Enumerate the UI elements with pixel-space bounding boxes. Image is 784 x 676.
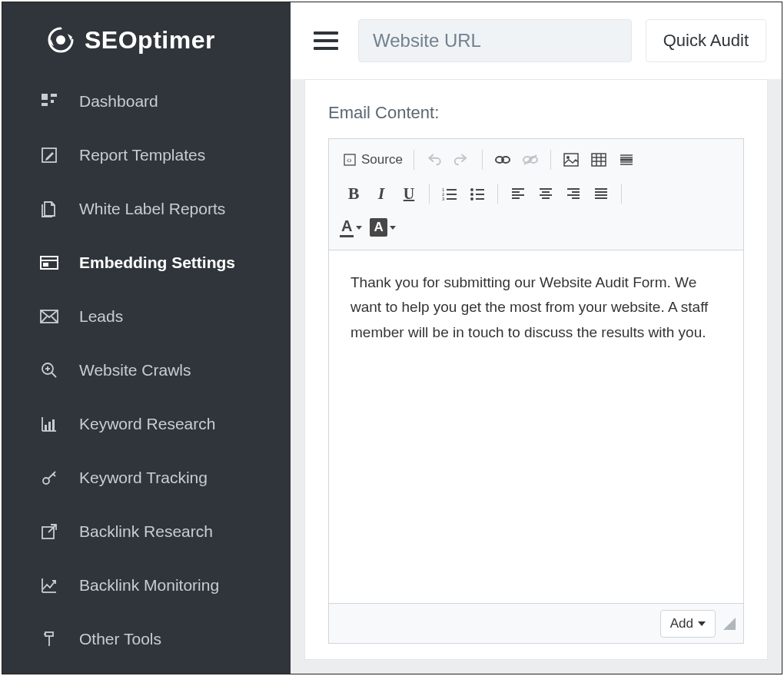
sidebar-item-label: Other Tools bbox=[79, 630, 161, 648]
horizontal-rule-button[interactable] bbox=[613, 147, 640, 173]
editor-text: Thank you for submitting our Website Aud… bbox=[350, 274, 708, 340]
svg-line-28 bbox=[48, 525, 56, 532]
email-content-label: Email Content: bbox=[328, 103, 744, 123]
sidebar-item-label: Backlink Monitoring bbox=[79, 576, 219, 595]
sidebar-item-label: White Label Reports bbox=[79, 200, 225, 218]
sidebar-item-keyword-tracking[interactable]: Keyword Tracking bbox=[2, 451, 291, 505]
background-color-button[interactable]: A bbox=[370, 214, 395, 240]
sidebar-item-label: Keyword Tracking bbox=[79, 469, 208, 487]
sidebar-item-dashboard[interactable]: Dashboard bbox=[2, 75, 291, 128]
svg-line-16 bbox=[51, 373, 56, 377]
email-content-card: Email Content: ‹› Source bbox=[304, 79, 768, 660]
dashboard-icon bbox=[39, 91, 59, 111]
editor-content[interactable]: Thank you for submitting our Website Aud… bbox=[329, 250, 743, 603]
svg-line-13 bbox=[41, 316, 47, 323]
bar-chart-icon bbox=[39, 414, 59, 434]
svg-rect-31 bbox=[45, 632, 53, 636]
sidebar-item-label: Leads bbox=[79, 307, 123, 326]
svg-point-60 bbox=[470, 193, 473, 196]
align-center-button[interactable] bbox=[532, 181, 560, 207]
align-left-button[interactable] bbox=[504, 181, 532, 207]
source-button-label: Source bbox=[361, 152, 403, 167]
sidebar-item-label: Report Templates bbox=[79, 146, 205, 164]
sidebar-item-report-templates[interactable]: Report Templates bbox=[2, 128, 291, 182]
sidebar-item-white-label-reports[interactable]: White Label Reports bbox=[2, 182, 291, 236]
editor-toolbar: ‹› Source bbox=[329, 139, 743, 250]
menu-toggle-button[interactable] bbox=[314, 25, 344, 56]
brand-logo[interactable]: SEOptimer bbox=[2, 10, 291, 75]
svg-point-42 bbox=[566, 156, 570, 159]
svg-text:‹›: ‹› bbox=[347, 156, 352, 164]
sidebar-item-label: Embedding Settings bbox=[79, 254, 235, 272]
align-right-button[interactable] bbox=[560, 181, 587, 207]
svg-point-61 bbox=[470, 197, 473, 200]
embed-icon bbox=[39, 253, 59, 273]
sidebar-item-leads[interactable]: Leads bbox=[2, 290, 291, 343]
svg-text:3: 3 bbox=[442, 197, 445, 200]
svg-line-14 bbox=[51, 316, 58, 323]
rich-text-editor: ‹› Source bbox=[328, 138, 744, 644]
topbar: Quick Audit bbox=[291, 2, 782, 79]
add-button-label: Add bbox=[670, 616, 693, 631]
sidebar-item-label: Keyword Research bbox=[79, 415, 215, 433]
sidebar-item-backlink-monitoring[interactable]: Backlink Monitoring bbox=[2, 558, 291, 612]
italic-button[interactable]: I bbox=[367, 181, 395, 207]
bulleted-list-button[interactable] bbox=[463, 181, 491, 207]
edit-icon bbox=[39, 145, 59, 165]
document-icon bbox=[39, 199, 59, 219]
sidebar-item-backlink-research[interactable]: Backlink Research bbox=[2, 505, 291, 558]
svg-rect-21 bbox=[45, 425, 47, 431]
unlink-button[interactable] bbox=[517, 147, 544, 173]
gear-arrows-icon bbox=[45, 24, 85, 56]
external-link-icon bbox=[39, 522, 59, 542]
svg-rect-43 bbox=[592, 154, 606, 166]
sidebar-item-label: Backlink Research bbox=[79, 522, 213, 541]
content-area: Email Content: ‹› Source bbox=[291, 79, 782, 674]
key-icon bbox=[39, 468, 59, 488]
source-button[interactable]: ‹› Source bbox=[340, 147, 407, 173]
hammer-icon bbox=[39, 629, 59, 649]
undo-button[interactable] bbox=[420, 147, 448, 173]
sidebar-item-embedding-settings[interactable]: Embedding Settings bbox=[2, 236, 291, 290]
sidebar-item-label: Website Crawls bbox=[79, 361, 191, 379]
svg-rect-7 bbox=[51, 100, 54, 103]
svg-point-24 bbox=[43, 478, 49, 484]
line-chart-icon bbox=[39, 575, 59, 595]
link-button[interactable] bbox=[489, 147, 517, 173]
sidebar-item-website-crawls[interactable]: Website Crawls bbox=[2, 343, 291, 397]
brand-text: SEOptimer bbox=[85, 26, 215, 55]
svg-rect-23 bbox=[52, 419, 55, 431]
svg-rect-4 bbox=[51, 94, 57, 97]
bold-button[interactable]: B bbox=[340, 181, 367, 207]
caret-down-icon bbox=[698, 621, 706, 626]
align-justify-button[interactable] bbox=[587, 181, 615, 207]
text-color-button[interactable]: A bbox=[340, 214, 362, 240]
sidebar-item-keyword-research[interactable]: Keyword Research bbox=[2, 397, 291, 451]
main-panel: Quick Audit Email Content: ‹› Source bbox=[291, 2, 782, 674]
sidebar-item-label: Dashboard bbox=[79, 92, 158, 111]
website-url-input[interactable] bbox=[358, 19, 632, 62]
svg-rect-22 bbox=[48, 422, 51, 431]
quick-audit-button[interactable]: Quick Audit bbox=[646, 19, 766, 62]
numbered-list-button[interactable]: 123 bbox=[436, 181, 463, 207]
svg-line-26 bbox=[53, 474, 55, 476]
resize-grip[interactable] bbox=[723, 618, 736, 630]
svg-rect-6 bbox=[42, 103, 48, 106]
search-plus-icon bbox=[39, 360, 59, 380]
redo-button[interactable] bbox=[448, 147, 476, 173]
sidebar-item-other-tools[interactable]: Other Tools bbox=[2, 612, 291, 666]
svg-rect-3 bbox=[42, 94, 48, 100]
svg-point-0 bbox=[56, 35, 65, 45]
svg-point-59 bbox=[470, 188, 473, 191]
mail-icon bbox=[39, 307, 59, 326]
image-button[interactable] bbox=[557, 147, 585, 173]
sidebar-nav: DashboardReport TemplatesWhite Label Rep… bbox=[2, 75, 291, 666]
underline-button[interactable]: U bbox=[395, 181, 423, 207]
svg-rect-11 bbox=[43, 263, 48, 267]
add-dropdown-button[interactable]: Add bbox=[660, 610, 716, 638]
editor-footer: Add bbox=[329, 603, 743, 643]
table-button[interactable] bbox=[585, 147, 613, 173]
sidebar: SEOptimer DashboardReport TemplatesWhite… bbox=[2, 2, 291, 674]
